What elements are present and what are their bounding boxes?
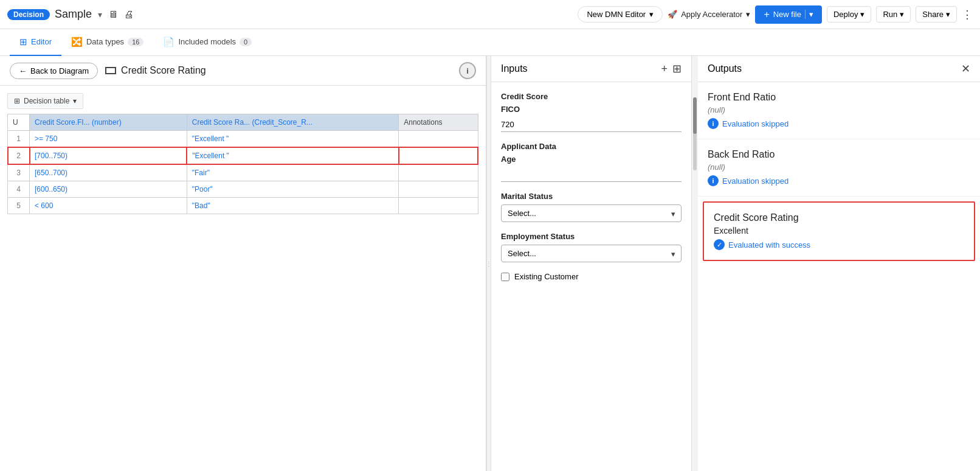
credit-score-rating-output-title: Credit Score Rating: [714, 212, 964, 223]
col-header-credit-score-rating: Credit Score Ra... (Credit_Score_R...: [187, 114, 398, 131]
main-layout: ← Back to Diagram Credit Score Rating i …: [0, 56, 980, 471]
deploy-label: Deploy: [833, 10, 858, 19]
age-input[interactable]: [501, 167, 682, 182]
existing-customer-checkbox[interactable]: [501, 273, 509, 281]
app-title: Sample: [55, 8, 92, 21]
apply-accelerator-button[interactable]: 🚀 Apply Accelerator ▾: [668, 10, 750, 19]
employment-status-select[interactable]: Select...: [501, 245, 682, 262]
condition-cell[interactable]: >= 750: [30, 131, 187, 148]
accel-label: Apply Accelerator: [681, 10, 742, 19]
result-cell[interactable]: "Bad": [187, 198, 398, 214]
annotation-cell[interactable]: [399, 147, 478, 164]
add-input-icon[interactable]: +: [661, 63, 668, 75]
fico-input[interactable]: [501, 117, 682, 132]
dmn-editor-button[interactable]: New DMN Editor ▾: [578, 6, 663, 23]
front-end-ratio-title: Front End Ratio: [708, 92, 970, 103]
credit-score-success-label: Evaluated with success: [728, 240, 810, 249]
panel-header: ← Back to Diagram Credit Score Rating i: [0, 56, 486, 86]
print-icon[interactable]: 🖨: [124, 9, 134, 20]
fico-group: FICO: [501, 105, 682, 132]
back-btn-label: Back to Diagram: [30, 66, 89, 75]
credit-score-rating-output-value: Excellent: [714, 226, 964, 236]
tab-data-types[interactable]: 🔀 Data types 16: [61, 29, 153, 56]
result-cell[interactable]: "Excellent ": [187, 131, 398, 148]
credit-score-group: Credit Score FICO: [501, 92, 682, 132]
decision-table-header[interactable]: ⊞ Decision table ▾: [7, 93, 83, 109]
monitor-icon[interactable]: 🖥: [108, 9, 118, 20]
back-to-diagram-button[interactable]: ← Back to Diagram: [10, 63, 98, 79]
run-button[interactable]: Run ▾: [876, 6, 911, 23]
employment-status-label: Employment Status: [501, 232, 682, 241]
close-outputs-icon[interactable]: ✕: [961, 62, 970, 75]
annotation-cell[interactable]: [399, 131, 478, 148]
accel-dropdown-icon: ▾: [746, 10, 750, 19]
front-end-ratio-card: Front End Ratio (null) i Evaluation skip…: [698, 82, 980, 139]
data-types-icon: 🔀: [71, 37, 83, 47]
editor-icon: ⊞: [19, 37, 27, 47]
col-header-annotations: Annotations: [399, 114, 478, 131]
table-dropdown-icon[interactable]: ▾: [73, 97, 77, 105]
annotation-cell[interactable]: [399, 198, 478, 214]
table-row[interactable]: 5< 600"Bad": [8, 198, 478, 214]
result-cell[interactable]: "Fair": [187, 164, 398, 181]
annotation-cell[interactable]: [399, 164, 478, 181]
inputs-panel: Inputs + ⊞ Credit Score FICO Applicant D…: [491, 56, 692, 471]
dmn-editor-label: New DMN Editor: [587, 10, 646, 19]
tab-editor-label: Editor: [31, 37, 52, 46]
result-cell[interactable]: "Excellent ": [187, 147, 398, 164]
condition-cell[interactable]: [650..700): [30, 164, 187, 181]
existing-customer-label: Existing Customer: [514, 272, 578, 281]
share-button[interactable]: Share ▾: [916, 6, 957, 23]
kebab-menu-icon[interactable]: ⋮: [962, 8, 973, 21]
outputs-panel: Outputs ✕ Front End Ratio (null) i Evalu…: [698, 56, 980, 471]
table-row[interactable]: 4[600..650)"Poor": [8, 181, 478, 198]
outputs-header: Outputs ✕: [698, 56, 980, 82]
panel-divider[interactable]: ⋮: [486, 56, 491, 471]
info-button[interactable]: i: [459, 62, 476, 79]
decision-table: U Credit Score.FI... (number) Credit Sco…: [7, 114, 478, 214]
back-end-eval-skipped[interactable]: i Evaluation skipped: [708, 175, 970, 186]
diagram-rect-icon: [105, 67, 116, 74]
front-end-eval-skipped[interactable]: i Evaluation skipped: [708, 118, 970, 129]
inputs-title: Inputs: [501, 63, 528, 74]
age-group: Age: [501, 155, 682, 182]
grid-view-icon[interactable]: ⊞: [672, 62, 682, 75]
marital-status-label: Marital Status: [501, 192, 682, 201]
left-panel: ← Back to Diagram Credit Score Rating i …: [0, 56, 486, 471]
front-end-skipped-label: Evaluation skipped: [722, 119, 788, 128]
row-num-cell: 4: [8, 181, 30, 198]
marital-status-select[interactable]: Select...: [501, 204, 682, 222]
deploy-dropdown-icon: ▾: [860, 10, 864, 19]
annotation-cell[interactable]: [399, 181, 478, 198]
credit-score-eval-success[interactable]: ✓ Evaluated with success: [714, 239, 964, 250]
condition-cell[interactable]: [600..650): [30, 181, 187, 198]
row-num-cell: 1: [8, 131, 30, 148]
row-num-cell: 3: [8, 164, 30, 181]
success-check-icon: ✓: [714, 239, 725, 250]
row-num-cell: 2: [8, 147, 30, 164]
inputs-header: Inputs + ⊞: [491, 56, 691, 82]
tab-included-models-label: Included models: [178, 37, 236, 46]
new-file-button[interactable]: + New file ▾: [755, 5, 822, 24]
condition-cell[interactable]: [700..750): [30, 147, 187, 164]
deploy-button[interactable]: Deploy ▾: [827, 6, 871, 23]
applicant-data-group: Applicant Data Age: [501, 142, 682, 182]
outputs-title: Outputs: [708, 63, 742, 74]
title-dropdown-icon[interactable]: ▾: [98, 10, 102, 19]
condition-cell[interactable]: < 600: [30, 198, 187, 214]
tab-data-types-label: Data types: [86, 37, 124, 46]
share-dropdown-icon: ▾: [946, 10, 950, 19]
back-end-ratio-card: Back End Ratio (null) i Evaluation skipp…: [698, 139, 980, 197]
tab-editor[interactable]: ⊞ Editor: [10, 29, 61, 56]
scroll-indicator[interactable]: [693, 97, 697, 170]
result-cell[interactable]: "Poor": [187, 181, 398, 198]
credit-score-rating-title: Credit Score Rating: [121, 65, 206, 76]
new-file-label: New file: [773, 10, 801, 19]
table-row[interactable]: 2[700..750)"Excellent ": [8, 147, 478, 164]
tab-included-models[interactable]: 📄 Included models 0: [153, 29, 261, 56]
table-row[interactable]: 3[650..700)"Fair": [8, 164, 478, 181]
included-models-icon: 📄: [163, 37, 174, 47]
rocket-icon: 🚀: [668, 10, 677, 19]
table-row[interactable]: 1>= 750"Excellent ": [8, 131, 478, 148]
new-file-dropdown-icon[interactable]: ▾: [805, 10, 813, 19]
